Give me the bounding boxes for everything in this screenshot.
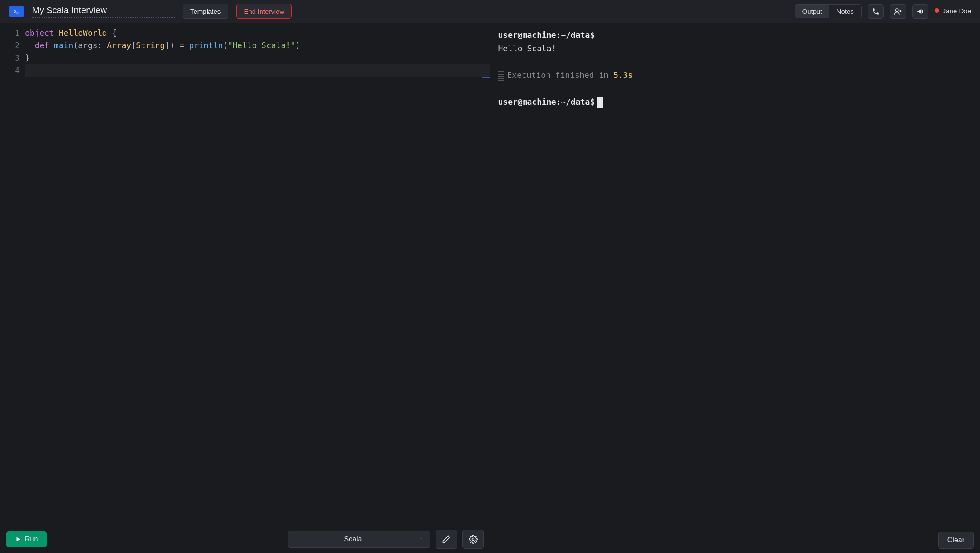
pencil-icon: [442, 535, 451, 544]
output-pane: user@machine:~/data$Hello Scala! Executi…: [490, 23, 980, 553]
app-logo: [9, 6, 24, 17]
tab-output[interactable]: Output: [795, 5, 829, 18]
settings-button[interactable]: [462, 530, 484, 549]
svg-point-1: [896, 9, 898, 12]
megaphone-icon: [916, 8, 924, 16]
edit-button[interactable]: [436, 530, 457, 549]
user-badge[interactable]: Jane Doe: [935, 7, 971, 16]
code-editor[interactable]: 1234 object HelloWorld { def main(args: …: [0, 23, 490, 525]
caret-up-icon: [418, 535, 424, 543]
phone-icon: [872, 8, 880, 16]
interview-title-input[interactable]: [32, 4, 175, 18]
editor-pane: 1234 object HelloWorld { def main(args: …: [0, 23, 490, 553]
clear-button[interactable]: Clear: [938, 532, 974, 549]
call-button[interactable]: [868, 4, 884, 19]
tab-notes[interactable]: Notes: [829, 5, 861, 18]
output-notes-tabs: Output Notes: [795, 4, 862, 18]
topbar: Templates End Interview Output Notes Jan…: [0, 0, 980, 23]
announce-button[interactable]: [912, 4, 928, 19]
output-toolbar: Clear: [490, 527, 980, 553]
code-content: object HelloWorld { def main(args: Array…: [25, 27, 490, 77]
run-label: Run: [25, 535, 38, 543]
play-icon: [15, 536, 21, 542]
status-dot-icon: [935, 8, 939, 13]
user-name: Jane Doe: [943, 7, 971, 15]
end-interview-button[interactable]: End Interview: [236, 4, 292, 19]
editor-toolbar: Run Scala: [0, 525, 490, 553]
add-user-button[interactable]: [890, 4, 906, 19]
language-label: Scala: [344, 535, 362, 543]
line-gutter: 1234: [0, 27, 25, 77]
minimap-indicator: [482, 77, 490, 78]
svg-point-4: [472, 538, 474, 541]
run-button[interactable]: Run: [6, 531, 47, 547]
terminal[interactable]: user@machine:~/data$Hello Scala! Executi…: [490, 23, 980, 527]
language-selector[interactable]: Scala: [288, 531, 430, 548]
gear-icon: [469, 535, 478, 544]
user-plus-icon: [894, 8, 902, 16]
templates-button[interactable]: Templates: [183, 4, 228, 19]
